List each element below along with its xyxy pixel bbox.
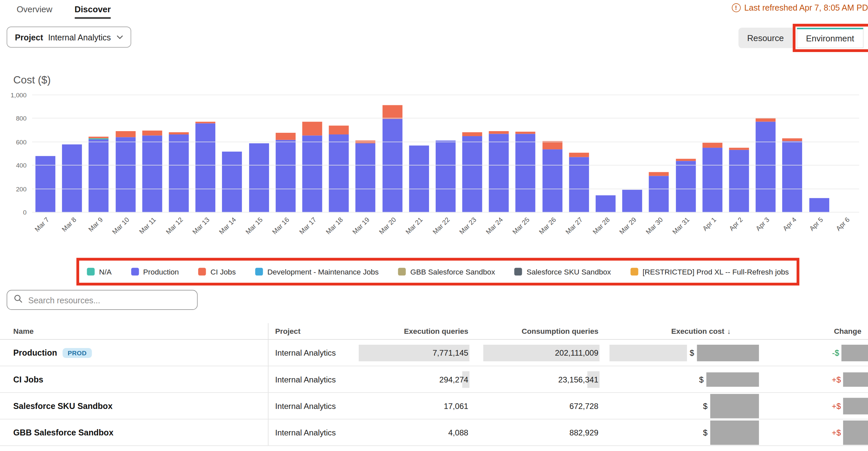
bar-segment-production bbox=[596, 195, 616, 212]
column-header-name[interactable]: Name bbox=[0, 323, 268, 339]
legend-item[interactable]: GBB Salesforce Sandbox bbox=[398, 267, 495, 276]
change-cell: +$ bbox=[761, 366, 868, 392]
legend-swatch bbox=[630, 268, 638, 276]
bar-segment-ci-jobs bbox=[382, 105, 402, 120]
gridline bbox=[32, 188, 859, 189]
x-axis-label: Mar 13 bbox=[191, 216, 211, 236]
execution-queries-cell: 4,088 bbox=[360, 420, 470, 446]
bar-apr-1: Apr 1 bbox=[702, 143, 722, 213]
redacted-cost-value bbox=[697, 344, 759, 361]
gridline bbox=[32, 165, 859, 166]
bar-segment-production bbox=[809, 198, 829, 212]
column-header-change[interactable]: Change bbox=[761, 323, 868, 339]
consumption-queries-cell: 882,929 bbox=[470, 420, 601, 446]
column-header-project[interactable]: Project bbox=[268, 323, 360, 339]
project-cell: Internal Analytics bbox=[268, 420, 360, 446]
x-axis-label: Apr 4 bbox=[781, 216, 798, 232]
bar-segment-production bbox=[35, 156, 55, 213]
project-cell: Internal Analytics bbox=[268, 366, 360, 392]
bar-segment-production bbox=[622, 190, 642, 213]
x-axis-label: Mar 10 bbox=[111, 216, 131, 236]
column-header-execution-cost[interactable]: Execution cost↓ bbox=[601, 323, 761, 339]
resource-name: CI Jobs bbox=[13, 375, 43, 384]
bar-mar-19: Mar 19 bbox=[355, 140, 375, 213]
gridline bbox=[32, 141, 859, 142]
bar-segment-production bbox=[756, 122, 776, 213]
currency-symbol: $ bbox=[703, 428, 707, 437]
bar-segment-ci-jobs bbox=[569, 153, 589, 157]
x-axis-label: Mar 30 bbox=[644, 216, 664, 236]
legend-item[interactable]: N/A bbox=[87, 267, 111, 276]
resource-toggle-button[interactable]: Resource bbox=[738, 28, 793, 49]
consumption-queries-cell: 202,111,009 bbox=[470, 340, 601, 366]
gridline bbox=[32, 212, 859, 213]
legend-item[interactable]: Production bbox=[131, 267, 179, 276]
bar-mar-21: Mar 21 bbox=[409, 146, 429, 213]
bar-segment-ci-jobs bbox=[702, 143, 722, 148]
x-axis-label: Mar 14 bbox=[218, 216, 238, 236]
legend-item[interactable]: CI Jobs bbox=[198, 267, 236, 276]
group-by-toggle: Resource Environment bbox=[738, 28, 863, 49]
consumption-queries-value: 202,111,009 bbox=[555, 348, 598, 357]
annotation-box-legend: N/AProductionCI JobsDevelopment - Mainte… bbox=[76, 258, 799, 286]
environment-toggle-button[interactable]: Environment bbox=[797, 28, 863, 49]
tab-overview[interactable]: Overview bbox=[17, 0, 52, 19]
legend-label: Salesforce SKU Sandbox bbox=[527, 267, 611, 276]
legend-label: Production bbox=[143, 267, 179, 276]
legend-label: N/A bbox=[99, 267, 112, 276]
table-row[interactable]: Salesforce SKU SandboxInternal Analytics… bbox=[0, 393, 868, 419]
legend-swatch bbox=[87, 268, 94, 276]
bar-segment-ci-jobs bbox=[116, 131, 135, 137]
x-axis-label: Apr 2 bbox=[728, 216, 744, 232]
bar-segment-production bbox=[409, 146, 429, 213]
bar-mar-27: Mar 27 bbox=[569, 153, 589, 213]
bar-apr-5: Apr 5 bbox=[809, 198, 829, 212]
bar-mar-31: Mar 31 bbox=[676, 159, 696, 213]
x-axis-label: Mar 19 bbox=[351, 216, 371, 236]
bar-mar-11: Mar 11 bbox=[142, 130, 162, 213]
legend-item[interactable]: Development - Maintenance Jobs bbox=[255, 267, 379, 276]
chart-title: Cost ($) bbox=[13, 74, 51, 87]
x-axis-label: Mar 8 bbox=[60, 216, 78, 233]
bar-apr-4: Apr 4 bbox=[782, 138, 802, 212]
bar-segment-production bbox=[62, 144, 82, 212]
execution-cost-cell: $ bbox=[601, 340, 761, 366]
bar-segment-ci-jobs bbox=[462, 132, 482, 136]
bar-segment-production bbox=[142, 136, 162, 213]
legend-swatch bbox=[398, 268, 406, 276]
bar-segment-ci-jobs bbox=[676, 159, 696, 161]
x-axis-label: Mar 17 bbox=[298, 216, 318, 236]
chart-legend: N/AProductionCI JobsDevelopment - Mainte… bbox=[79, 267, 797, 276]
bar-mar-17: Mar 17 bbox=[302, 122, 322, 213]
table-row[interactable]: CI JobsInternal Analytics294,27423,156,3… bbox=[0, 366, 868, 393]
x-axis-label: Apr 3 bbox=[754, 216, 771, 232]
bar-mar-9: Mar 9 bbox=[89, 136, 108, 213]
tab-discover[interactable]: Discover bbox=[74, 0, 111, 19]
project-value: Internal Analytics bbox=[275, 401, 336, 410]
execution-queries-value: 7,771,145 bbox=[433, 348, 468, 357]
project-filter-dropdown[interactable]: Project Internal Analytics bbox=[7, 27, 131, 47]
legend-item[interactable]: Salesforce SKU Sandbox bbox=[515, 267, 611, 276]
table-row[interactable]: GBB Salesforce SandboxInternal Analytics… bbox=[0, 420, 868, 446]
column-header-execution-queries[interactable]: Execution queries bbox=[360, 323, 470, 339]
x-axis-label: Mar 16 bbox=[271, 216, 291, 236]
x-axis-label: Mar 9 bbox=[87, 216, 104, 233]
x-axis-label: Mar 27 bbox=[564, 216, 584, 236]
last-refreshed-status: Last refreshed Apr 7, 8:05 AM PD bbox=[732, 3, 868, 12]
bar-segment-production bbox=[382, 119, 402, 213]
bar-segment-production bbox=[569, 157, 589, 212]
legend-item[interactable]: [RESTRICTED] Prod XL -- Full-Refresh job… bbox=[630, 267, 789, 276]
consumption-queries-value: 672,728 bbox=[569, 401, 599, 410]
last-refreshed-text: Last refreshed Apr 7, 8:05 AM PD bbox=[744, 3, 868, 12]
resource-name-cell: ProductionPROD bbox=[0, 340, 268, 366]
project-filter-value: Internal Analytics bbox=[48, 32, 111, 42]
resources-table: Name Project Execution queries Consumpti… bbox=[0, 323, 868, 446]
bar-segment-production bbox=[169, 134, 189, 213]
search-input[interactable] bbox=[28, 295, 190, 304]
table-row[interactable]: ProductionPRODInternal Analytics7,771,14… bbox=[0, 340, 868, 366]
resource-name-cell: Salesforce SKU Sandbox bbox=[0, 393, 268, 419]
project-value: Internal Analytics bbox=[275, 375, 336, 384]
sort-descending-icon: ↓ bbox=[727, 327, 731, 335]
bar-segment-production bbox=[782, 141, 802, 213]
column-header-consumption-queries[interactable]: Consumption queries bbox=[470, 323, 601, 339]
